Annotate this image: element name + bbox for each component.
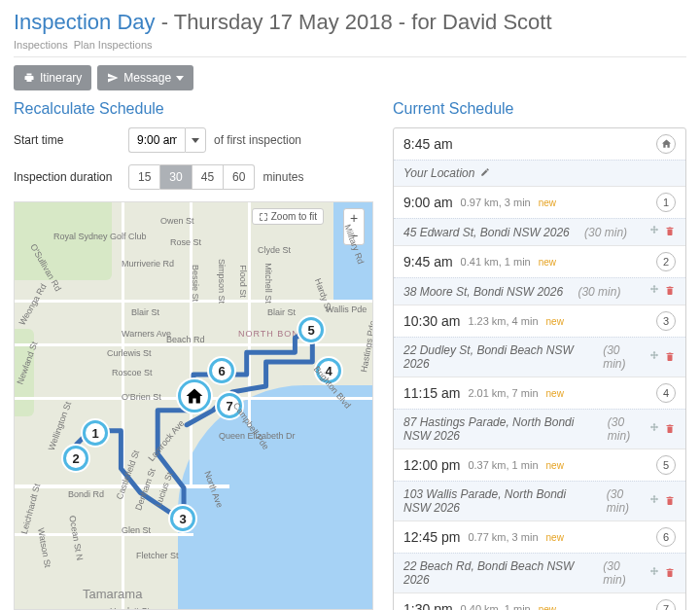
entry-dist: 0.37 km, 1 min	[468, 459, 538, 471]
move-icon[interactable]	[648, 225, 660, 239]
start-time-label: Start time	[14, 133, 121, 147]
entry-dist: 0.41 km, 1 min	[461, 256, 531, 268]
schedule-entry: 9:45 am0.41 km, 1 minnew238 Moore St, Bo…	[394, 245, 685, 305]
schedule-title: Current Schedule	[393, 100, 686, 118]
new-badge: new	[539, 257, 556, 268]
duration-15[interactable]: 15	[128, 164, 160, 190]
duration-suffix: minutes	[262, 170, 303, 184]
print-icon	[23, 72, 35, 84]
chevron-down-icon	[176, 76, 184, 81]
zoom-to-fit-button[interactable]: Zoom to fit	[252, 208, 324, 225]
delete-icon[interactable]	[664, 284, 676, 299]
map-pin-5[interactable]: 5	[298, 317, 324, 342]
schedule-entry: 8:45 amYour Location	[394, 128, 685, 186]
schedule-entry: 12:00 pm0.37 km, 1 minnew5103 Wallis Par…	[394, 449, 685, 520]
agent-name: David Scott	[442, 10, 552, 34]
entry-address: 22 Beach Rd, Bondi Beach NSW 2026	[403, 559, 588, 587]
map-label: Bessie St	[191, 265, 200, 302]
message-button[interactable]: Message	[97, 65, 193, 90]
new-badge: new	[539, 197, 556, 208]
start-time-input[interactable]	[128, 127, 185, 153]
schedule-entry: 10:30 am1.23 km, 4 minnew322 Dudley St, …	[394, 305, 685, 377]
map-label: Hewlett St	[110, 606, 150, 610]
entry-time: 9:45 am	[403, 254, 453, 269]
new-badge: new	[546, 460, 564, 471]
delete-icon[interactable]	[664, 494, 676, 509]
delete-icon[interactable]	[664, 566, 676, 581]
map-label: Flood St	[238, 265, 248, 298]
map-pin-1[interactable]: 1	[83, 420, 108, 446]
move-icon[interactable]	[648, 284, 660, 299]
entry-dist: 1.23 km, 4 min	[468, 315, 538, 327]
start-time-select[interactable]	[128, 127, 206, 153]
map-label: Glen St	[122, 525, 151, 535]
stop-number-badge: 7	[656, 599, 676, 610]
map[interactable]: NORTH BONDI 1 2 3 4 5 6 7 Zoom to fit +	[14, 201, 373, 610]
map-label: Rose St	[170, 237, 201, 247]
entry-address: 103 Wallis Parade, North Bondi NSW 2026	[403, 487, 591, 515]
map-pin-2[interactable]: 2	[63, 446, 88, 471]
move-icon[interactable]	[648, 566, 660, 581]
schedule-entry: 12:45 pm0.77 km, 3 minnew622 Beach Rd, B…	[394, 520, 685, 592]
breadcrumb-inspections[interactable]: Inspections	[14, 39, 68, 51]
delete-icon[interactable]	[664, 422, 676, 437]
map-label: Beach Rd	[166, 335, 205, 344]
duration-60[interactable]: 60	[224, 164, 255, 190]
map-label: Murriverie Rd	[122, 259, 174, 269]
breadcrumb: Inspections Plan Inspections	[14, 39, 686, 51]
duration-label: Inspection duration	[14, 170, 121, 184]
map-label: Bondi Rd	[68, 489, 104, 499]
duration-group: 15 30 45 60	[128, 164, 255, 190]
map-pin-3[interactable]: 3	[170, 506, 195, 531]
page-title: Inspection Day - Thursday 17 May 2018 - …	[14, 10, 686, 35]
entry-address: Your Location	[403, 166, 474, 180]
entry-duration: (30 min)	[584, 226, 627, 239]
duration-45[interactable]: 45	[192, 164, 224, 190]
map-label: Fletcher St	[136, 551, 179, 560]
new-badge: new	[546, 388, 564, 399]
entry-duration: (30 min)	[607, 487, 643, 515]
entry-dist: 0.97 km, 3 min	[461, 197, 531, 208]
home-icon	[661, 137, 672, 152]
delete-icon[interactable]	[664, 350, 676, 365]
chevron-down-icon	[192, 138, 199, 143]
itinerary-button[interactable]: Itinerary	[14, 65, 91, 90]
map-label: Wallis Pde	[326, 305, 367, 314]
map-pin-home[interactable]	[178, 379, 211, 413]
pencil-icon[interactable]	[480, 166, 490, 180]
entry-time: 11:15 am	[403, 385, 460, 401]
breadcrumb-plan[interactable]: Plan Inspections	[74, 39, 153, 51]
move-icon[interactable]	[648, 422, 660, 437]
entry-duration: (30 min)	[578, 285, 620, 299]
delete-icon[interactable]	[664, 225, 676, 239]
start-suffix: of first inspection	[214, 133, 301, 147]
duration-30[interactable]: 30	[160, 164, 192, 190]
entry-time: 12:00 pm	[403, 457, 460, 473]
divider	[14, 56, 686, 57]
entry-address: 38 Moore St, Bondi NSW 2026	[403, 285, 563, 299]
area-tamarama: Tamarama	[83, 587, 142, 601]
schedule-entry: 9:00 am0.97 km, 3 minnew145 Edward St, B…	[394, 186, 685, 245]
toolbar: Itinerary Message	[14, 65, 686, 90]
map-label: Mitchell St	[263, 263, 273, 304]
entry-time: 9:00 am	[403, 195, 453, 210]
send-icon	[107, 72, 119, 84]
entry-time: 12:45 pm	[403, 529, 460, 545]
stop-number-badge: 5	[656, 455, 676, 475]
map-label: Blair St	[131, 307, 159, 317]
move-icon[interactable]	[648, 494, 660, 509]
entry-address: 22 Dudley St, Bondi Beach NSW 2026	[403, 343, 588, 371]
entry-address: 45 Edward St, Bondi NSW 2026	[403, 226, 570, 239]
start-time-dropdown-button[interactable]	[185, 127, 206, 153]
expand-icon	[259, 212, 268, 222]
map-label: Warners Ave	[122, 329, 171, 339]
map-pin-6[interactable]: 6	[209, 358, 234, 383]
entry-address: 87 Hastings Parade, North Bondi NSW 2026	[403, 415, 593, 443]
recalc-title: Recalculate Schedule	[14, 100, 373, 118]
entry-time: 8:45 am	[403, 136, 453, 152]
map-label: Blair St	[267, 307, 296, 317]
title-link[interactable]: Inspection Day	[14, 10, 156, 34]
entry-dist: 2.01 km, 7 min	[468, 387, 538, 399]
schedule-list: 8:45 amYour Location9:00 am0.97 km, 3 mi…	[393, 127, 686, 610]
move-icon[interactable]	[648, 350, 660, 365]
